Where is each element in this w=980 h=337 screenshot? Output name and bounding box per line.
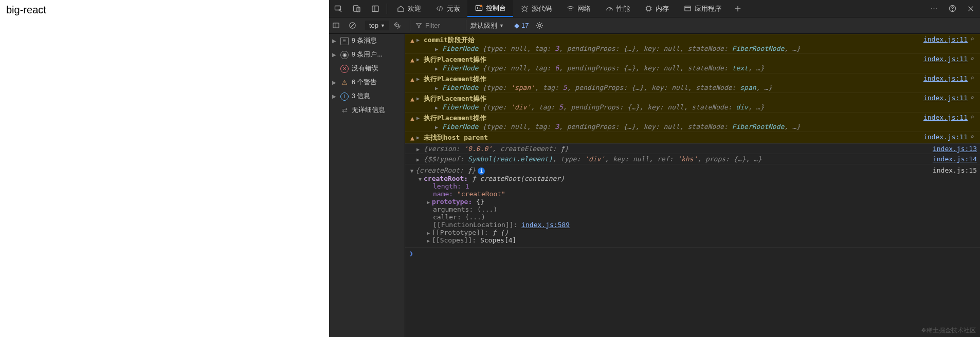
chevron-down-icon: ▼ [416, 175, 424, 182]
list-icon: ≡ [340, 37, 349, 45]
sidebar-verbose[interactable]: ⇄无详细信息 [329, 103, 405, 117]
gauge-icon [605, 5, 613, 13]
help-icon[interactable] [943, 0, 961, 17]
console-log[interactable]: ▶ {$$typeof: Symbol(react.element), type… [405, 154, 980, 164]
chevron-right-icon: ▶ [416, 35, 424, 43]
sidebar-messages[interactable]: ▶≡9 条消息 [329, 34, 405, 48]
live-expression-icon[interactable] [393, 22, 406, 29]
source-link[interactable]: index.js:11 [919, 74, 968, 82]
sidebar-warnings[interactable]: ▶⚠6 个警告 [329, 76, 405, 89]
source-link[interactable]: index.js:589 [521, 221, 570, 229]
chevron-right-icon: ▶ [435, 103, 442, 110]
watermark: ❖稀土掘金技术社区 [921, 326, 976, 335]
magnify-icon[interactable]: ⌕ [968, 94, 977, 101]
source-link[interactable]: index.js:11 [919, 133, 968, 141]
source-link[interactable]: index.js:11 [919, 94, 968, 102]
console-warning[interactable]: ▲ ▶ 执行Placement操作 ▶FiberNode {type: 'spa… [405, 73, 980, 92]
page-title: big-react [6, 4, 323, 16]
magnify-icon[interactable]: ⌕ [968, 35, 977, 43]
chevron-right-icon: ▶ [425, 198, 432, 205]
sidebar-info[interactable]: ▶i3 信息 [329, 89, 405, 103]
inspect-icon[interactable] [329, 0, 348, 17]
issues-count[interactable]: ◆17 [514, 22, 529, 29]
tab-welcome[interactable]: 欢迎 [389, 0, 428, 17]
more-icon[interactable]: ⋯ [924, 0, 943, 17]
source-link[interactable]: index.js:13 [929, 145, 977, 153]
warning-icon: ▲ [408, 94, 416, 103]
console-prompt[interactable]: ❯ [405, 247, 980, 259]
devtools-tabbar: 欢迎 元素 控制台 源代码 网络 性能 内存 应用程序 ⋯ [329, 0, 980, 17]
console-warning[interactable]: ▲ ▶ 执行Placement操作 ▶FiberNode {type: 'div… [405, 92, 980, 112]
chevron-right-icon: ▶ [425, 229, 432, 236]
svg-point-18 [539, 24, 541, 27]
wifi-icon [566, 5, 574, 13]
sidebar-toggle-icon[interactable] [332, 22, 344, 29]
console-log-expanded[interactable]: ▼ {createRoot: ƒ}i index.js:15 ▼createRo… [405, 164, 980, 247]
chevron-right-icon: ▶ [416, 133, 424, 140]
console-warning[interactable]: ▲ ▶ 执行Placement操作 ▶FiberNode {type: null… [405, 53, 980, 73]
source-link[interactable]: index.js:11 [919, 35, 968, 43]
magnify-icon[interactable]: ⌕ [968, 74, 977, 82]
source-link[interactable]: index.js:11 [919, 55, 968, 63]
device-toggle-icon[interactable] [348, 0, 366, 17]
log-level-selector[interactable]: 默认级别▼ [470, 21, 504, 30]
console-output: ▲ ▶ commit阶段开始 ▶FiberNode {type: null, t… [405, 34, 980, 337]
svg-rect-9 [684, 6, 690, 11]
source-link[interactable]: index.js:11 [919, 114, 968, 121]
console-warning[interactable]: ▲ ▶ 未找到host parent index.js:11 ⌕ [405, 132, 980, 143]
chevron-right-icon: ▶ [435, 64, 442, 71]
tab-network[interactable]: 网络 [559, 0, 598, 17]
info-icon: i [478, 167, 485, 175]
user-icon: ◉ [340, 51, 349, 59]
console-log[interactable]: ▶ {version: '0.0.0', createElement: ƒ} i… [405, 143, 980, 154]
svg-point-7 [522, 7, 527, 11]
source-link[interactable]: index.js:14 [929, 155, 977, 163]
chevron-right-icon: ▶ [435, 84, 442, 91]
chevron-right-icon: ▶ [416, 74, 424, 82]
settings-icon[interactable] [536, 22, 548, 29]
tab-elements[interactable]: 元素 [428, 0, 467, 17]
svg-point-17 [396, 24, 399, 27]
warning-icon: ▲ [408, 35, 416, 44]
magnify-icon[interactable]: ⌕ [968, 55, 977, 62]
filter-input[interactable]: Filter [410, 20, 466, 31]
devtools-panel: 欢迎 元素 控制台 源代码 网络 性能 内存 应用程序 ⋯ top▼ Filte… [329, 0, 980, 337]
tab-sources[interactable]: 源代码 [513, 0, 559, 17]
tab-console[interactable]: 控制台 [467, 0, 513, 17]
tab-performance[interactable]: 性能 [598, 0, 637, 17]
console-warning[interactable]: ▲ ▶ commit阶段开始 ▶FiberNode {type: null, t… [405, 34, 980, 53]
console-icon [475, 4, 483, 12]
add-tab-icon[interactable] [729, 0, 747, 17]
console-toolbar: top▼ Filter 默认级别▼ ◆17 [329, 17, 980, 34]
dock-icon[interactable] [366, 0, 385, 17]
issue-icon: ◆ [514, 22, 519, 29]
sidebar-user[interactable]: ▶◉9 条用户... [329, 48, 405, 62]
magnify-icon[interactable]: ⌕ [968, 114, 977, 121]
chevron-right-icon: ▶ [435, 45, 442, 52]
chip-icon [644, 5, 652, 13]
sidebar-errors[interactable]: ✕没有错误 [329, 62, 405, 76]
warning-icon: ⚠ [340, 79, 349, 87]
console-warning[interactable]: ▲ ▶ 执行Placement操作 ▶FiberNode {type: null… [405, 112, 980, 132]
context-selector[interactable]: top▼ [365, 21, 389, 30]
close-icon[interactable] [961, 0, 980, 17]
svg-rect-1 [354, 6, 358, 11]
svg-rect-8 [646, 7, 650, 11]
source-link[interactable]: index.js:15 [933, 166, 977, 174]
error-icon: ✕ [340, 65, 349, 73]
svg-line-16 [351, 24, 355, 28]
chevron-right-icon: ▶ [416, 114, 424, 121]
magnify-icon[interactable]: ⌕ [968, 133, 977, 140]
chevron-right-icon: ▶ [332, 38, 337, 44]
chevron-right-icon: ▶ [425, 236, 432, 244]
chevron-right-icon: ▶ [416, 55, 424, 62]
tab-application[interactable]: 应用程序 [676, 0, 729, 17]
warning-icon: ▲ [408, 55, 416, 64]
clear-console-icon[interactable] [349, 22, 361, 29]
chevron-down-icon: ▼ [499, 23, 504, 28]
warning-icon: ▲ [408, 74, 416, 83]
tab-memory[interactable]: 内存 [637, 0, 676, 17]
app-icon [683, 5, 692, 13]
console-sidebar: ▶≡9 条消息 ▶◉9 条用户... ✕没有错误 ▶⚠6 个警告 ▶i3 信息 … [329, 34, 405, 337]
chevron-right-icon: ▶ [416, 94, 424, 101]
